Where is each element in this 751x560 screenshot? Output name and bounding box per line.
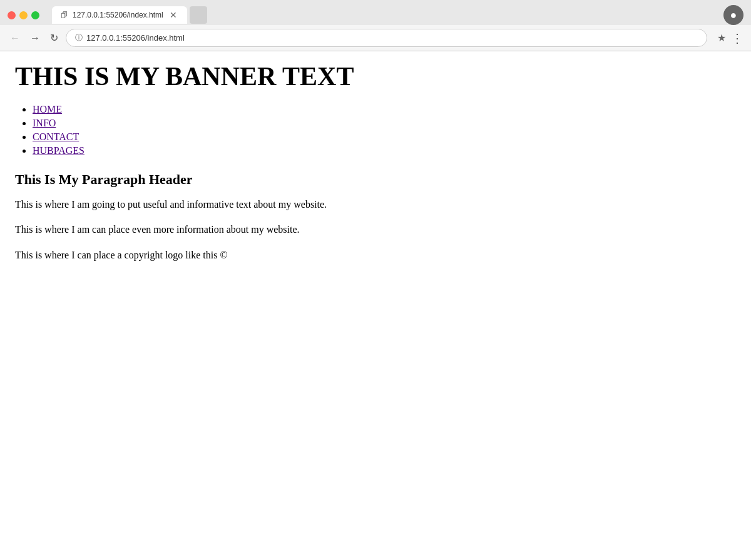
nav-link-contact[interactable]: CONTACT [33,131,79,142]
reload-button[interactable]: ↻ [48,31,61,45]
nav-link-hubpages[interactable]: HUBPAGES [33,145,84,156]
list-item: CONTACT [33,131,736,143]
browser-chrome: 🗍 127.0.0.1:55206/index.html ✕ ● ← → ↻ ⓘ… [0,0,751,51]
list-item: HOME [33,104,736,115]
address-bar-row: ← → ↻ ⓘ 127.0.0.1:55206/index.html ★ ⋮ [0,25,751,51]
active-tab[interactable]: 🗍 127.0.0.1:55206/index.html ✕ [52,6,187,24]
close-button[interactable] [8,11,16,19]
list-item: HUBPAGES [33,145,736,156]
title-bar: 🗍 127.0.0.1:55206/index.html ✕ ● [0,0,751,25]
paragraph-1: This is where I am going to put useful a… [15,198,736,211]
paragraph-2: This is where I am can place even more i… [15,223,736,237]
tab-page-icon: 🗍 [61,11,68,19]
banner-heading: THIS IS MY BANNER TEXT [15,61,736,91]
tab-title: 127.0.0.1:55206/index.html [73,11,163,19]
nav-link-info[interactable]: INFO [33,118,56,128]
page-content: THIS IS MY BANNER TEXT HOME INFO CONTACT… [0,51,751,560]
list-item: INFO [33,118,736,129]
menu-icon[interactable]: ⋮ [731,31,743,46]
address-text: 127.0.0.1:55206/index.html [86,33,185,43]
secure-icon: ⓘ [75,33,83,43]
new-tab-button[interactable] [190,6,207,24]
window-controls [8,11,39,19]
nav-list: HOME INFO CONTACT HUBPAGES [15,104,736,156]
address-bar[interactable]: ⓘ 127.0.0.1:55206/index.html [66,29,707,47]
maximize-button[interactable] [31,11,39,19]
bookmark-icon[interactable]: ★ [717,32,726,44]
tab-close-button[interactable]: ✕ [168,10,178,20]
paragraph-3: This is where I can place a copyright lo… [15,248,736,262]
address-path: :55206/index.html [120,33,185,43]
back-button[interactable]: ← [8,31,23,45]
minimize-button[interactable] [19,11,28,19]
address-domain: 127.0.0.1 [86,33,120,43]
paragraph-header: This Is My Paragraph Header [15,171,736,188]
profile-icon[interactable]: ● [723,5,743,25]
tab-bar: 🗍 127.0.0.1:55206/index.html ✕ [52,6,207,24]
forward-button[interactable]: → [28,31,43,45]
nav-link-home[interactable]: HOME [33,104,62,115]
